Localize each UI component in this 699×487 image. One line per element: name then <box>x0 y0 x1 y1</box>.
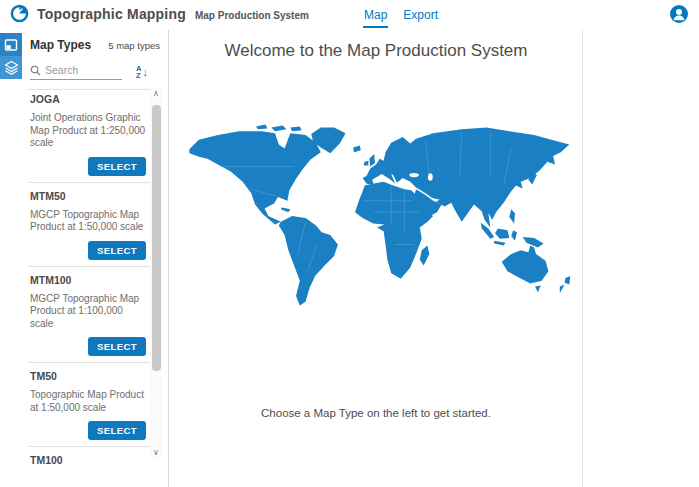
scroll-down-icon[interactable]: ∨ <box>150 446 162 458</box>
nav-tabs: Map Export <box>363 0 439 30</box>
map-type-name: MTM50 <box>30 190 148 202</box>
map-type-description: MGCP Topographic Map Product at 1:50,000… <box>30 209 146 234</box>
search-box[interactable] <box>30 64 122 80</box>
map-type-name: MTM100 <box>30 274 148 286</box>
map-type-list: JOGA Joint Operations Graphic Map Produc… <box>22 86 156 487</box>
map-type-name: JOGA <box>30 93 148 105</box>
panel-header: Map Types 5 map types <box>22 30 168 52</box>
scrollbar-thumb[interactable] <box>152 105 161 371</box>
welcome-panel: Welcome to the Map Production System <box>170 30 583 487</box>
tab-map[interactable]: Map <box>363 0 388 28</box>
app-header: Topographic Mapping Map Production Syste… <box>0 0 699 30</box>
sidebar-scrollbar[interactable]: ∧ ∨ <box>150 87 162 458</box>
search-input[interactable] <box>45 64 119 76</box>
world-map-image <box>176 116 576 316</box>
map-type-count: 5 map types <box>108 40 160 51</box>
instruction-text: Choose a Map Type on the left to get sta… <box>170 407 582 419</box>
select-button[interactable]: SELECT <box>88 337 146 356</box>
search-row: AZ ↓ <box>30 64 160 80</box>
tab-export[interactable]: Export <box>402 0 439 28</box>
list-item-mtm100: MTM100 MGCP Topographic Map Product at 1… <box>22 267 156 363</box>
app-title: Topographic Mapping <box>37 6 186 22</box>
welcome-title: Welcome to the Map Production System <box>170 41 582 61</box>
list-item-tm100: TM100 <box>22 447 156 473</box>
main-area: Welcome to the Map Production System <box>170 30 699 487</box>
panel-title: Map Types <box>30 38 91 52</box>
app-subtitle: Map Production System <box>195 7 309 21</box>
layers-icon[interactable] <box>0 56 22 79</box>
search-icon <box>30 65 41 76</box>
select-button[interactable]: SELECT <box>88 241 146 260</box>
brand: Topographic Mapping Map Production Syste… <box>10 4 309 23</box>
scrollbar-track[interactable] <box>150 99 162 446</box>
map-type-name: TM50 <box>30 370 148 382</box>
list-item-tm50: TM50 Topographic Map Product at 1:50,000… <box>22 363 156 446</box>
tool-strip <box>0 30 22 487</box>
list-item-mtm50: MTM50 MGCP Topographic Map Product at 1:… <box>22 183 156 266</box>
list-item-joga: JOGA Joint Operations Graphic Map Produc… <box>22 86 156 182</box>
map-type-description: Topographic Map Product at 1:50,000 scal… <box>30 389 146 414</box>
map-type-description: MGCP Topographic Map Product at 1:100,00… <box>30 293 146 331</box>
sort-az-icon[interactable]: AZ ↓ <box>136 65 148 79</box>
map-type-name: TM100 <box>30 454 148 466</box>
user-icon[interactable] <box>670 5 688 23</box>
app-body: Map Types 5 map types AZ ↓ JOGA <box>0 30 699 487</box>
map-tool-icon[interactable] <box>0 33 22 56</box>
globe-icon <box>10 4 29 23</box>
map-type-description: Joint Operations Graphic Map Product at … <box>30 112 146 150</box>
scroll-up-icon[interactable]: ∧ <box>150 87 162 99</box>
map-types-panel: Map Types 5 map types AZ ↓ JOGA <box>22 30 169 487</box>
tool-block <box>0 33 22 79</box>
select-button[interactable]: SELECT <box>88 421 146 440</box>
select-button[interactable]: SELECT <box>88 157 146 176</box>
